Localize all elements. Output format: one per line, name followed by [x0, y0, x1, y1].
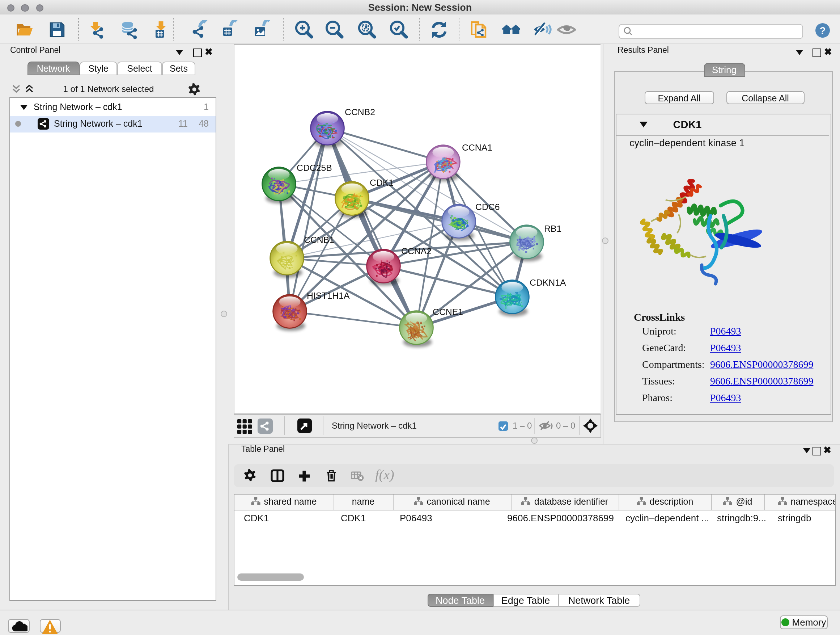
svg-text:HIST1H1A: HIST1H1A [306, 291, 349, 301]
svg-text:CDK1: CDK1 [369, 178, 393, 187]
svg-text:CCNE1: CCNE1 [432, 307, 463, 317]
svg-text:CDC6: CDC6 [475, 202, 500, 212]
svg-text:RB1: RB1 [544, 224, 561, 233]
svg-text:CCNB1: CCNB1 [303, 235, 334, 245]
svg-text:CCNA2: CCNA2 [401, 246, 431, 256]
svg-text:CCNA1: CCNA1 [462, 143, 492, 152]
svg-text:CDC25B: CDC25B [296, 163, 332, 173]
svg-text:CCNB2: CCNB2 [344, 107, 375, 117]
svg-text:CDKN1A: CDKN1A [529, 278, 566, 287]
